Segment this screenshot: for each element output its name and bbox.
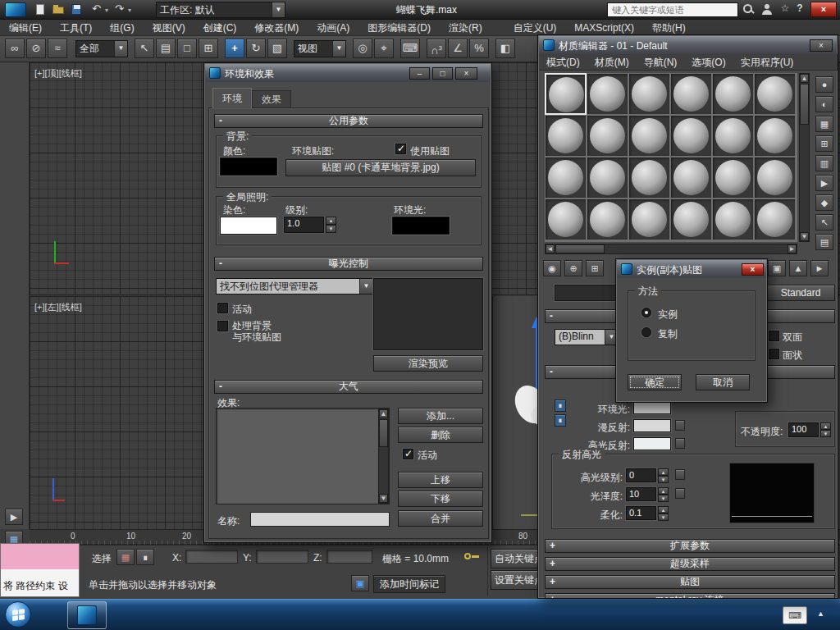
effects-scrollbar[interactable]: ▲ ▼ (378, 409, 389, 504)
sample-slot[interactable] (670, 157, 712, 199)
menu-graph-editors[interactable]: 图形编辑器(D) (358, 20, 440, 37)
scroll-down-icon[interactable]: ▼ (379, 494, 388, 503)
spin-down-icon[interactable]: ▾ (658, 476, 669, 483)
scroll-down-icon[interactable]: ▼ (800, 232, 809, 241)
diffuse-map-button[interactable] (675, 420, 685, 431)
reference-coordinate-dropdown[interactable]: 视图 ▼ (294, 40, 346, 57)
exposure-active-checkbox[interactable] (217, 303, 228, 313)
sample-slot[interactable] (628, 73, 670, 115)
tab-environment[interactable]: 环境 (212, 88, 252, 108)
unlink-selection-icon[interactable]: ⊘ (26, 39, 46, 58)
menu-modes[interactable]: 模式(D) (539, 54, 587, 71)
lock-icon[interactable]: ∎ (555, 414, 566, 427)
diffuse-color-swatch[interactable] (633, 419, 671, 432)
menu-modifiers[interactable]: 修改器(M) (245, 20, 308, 37)
ambient-color-swatch[interactable] (392, 217, 450, 235)
coord-x-field[interactable] (185, 550, 238, 564)
save-icon[interactable] (69, 2, 84, 17)
sample-slot[interactable] (754, 157, 796, 199)
select-and-move-icon[interactable]: + (225, 39, 244, 58)
backlight-icon[interactable]: ◐ (815, 96, 833, 112)
sample-slot[interactable] (754, 199, 796, 240)
close-icon[interactable]: × (742, 263, 764, 276)
app-logo-icon[interactable] (5, 2, 26, 17)
menu-navigation[interactable]: 导航(N) (637, 54, 685, 71)
coord-y-field[interactable] (256, 550, 308, 564)
menu-material[interactable]: 材质(M) (587, 54, 637, 71)
sample-slot[interactable] (754, 115, 796, 157)
sample-slot[interactable] (545, 115, 587, 157)
bind-to-space-warp-icon[interactable]: ≈ (48, 39, 67, 58)
material-editor-titlebar[interactable]: 材质编辑器 - 01 - Default × (539, 36, 837, 54)
sample-slot[interactable] (712, 157, 754, 199)
spin-up-icon[interactable]: ▴ (658, 468, 669, 476)
merge-button[interactable]: 合并 (398, 510, 483, 527)
two-sided-checkbox[interactable] (769, 331, 779, 341)
spin-down-icon[interactable]: ▾ (658, 514, 669, 521)
search-icon[interactable] (742, 2, 756, 17)
sample-slot[interactable] (628, 157, 670, 199)
sample-slot[interactable] (754, 73, 796, 115)
rollout-supersampling[interactable]: +超级采样 (545, 557, 835, 571)
help-icon[interactable]: ? (792, 2, 807, 17)
start-button[interactable] (5, 601, 31, 628)
menu-views[interactable]: 视图(V) (144, 20, 194, 37)
signin-icon[interactable] (760, 2, 774, 17)
tray-show-hidden-icon[interactable]: ▲ (817, 609, 824, 618)
menu-maxscript[interactable]: MAXScript(X) (565, 21, 643, 35)
sample-slot[interactable] (587, 157, 628, 199)
percent-snap-icon[interactable]: % (469, 39, 489, 58)
video-color-check-icon[interactable]: ▥ (815, 155, 833, 171)
add-time-tag-button[interactable]: 添加时间标记 (373, 575, 445, 593)
assign-material-icon[interactable]: ⊞ (586, 260, 604, 276)
specular-color-swatch[interactable] (633, 437, 671, 450)
scroll-up-icon[interactable]: ▲ (379, 409, 388, 418)
delete-effect-button[interactable]: 删除 (398, 427, 483, 443)
add-effect-button[interactable]: 添加... (398, 408, 483, 424)
select-and-scale-icon[interactable]: ▧ (267, 39, 287, 58)
coord-z-field[interactable] (326, 550, 372, 564)
rollout-common-parameters[interactable]: -公用参数 (214, 114, 483, 128)
sample-slot[interactable] (670, 73, 712, 115)
sample-slot[interactable] (712, 73, 754, 115)
listener-pane[interactable]: 将 路径约束 设 (1, 569, 79, 596)
maximize-icon[interactable]: □ (432, 67, 453, 80)
env-dialog-titlebar[interactable]: 环境和效果 – □ × (205, 64, 491, 82)
close-icon[interactable]: × (455, 67, 477, 80)
instance-dialog-titlebar[interactable]: 实例(副本)贴图 × (617, 260, 766, 278)
shader-dropdown[interactable]: (B)Blinn ▼ (555, 329, 619, 345)
move-down-button[interactable]: 下移 (398, 491, 483, 507)
sample-slot[interactable] (545, 199, 587, 240)
select-object-icon[interactable]: ↖ (135, 39, 154, 58)
snap-toggle-icon[interactable]: ∩3 (427, 39, 446, 58)
spin-up-icon[interactable]: ▴ (658, 487, 669, 495)
sample-uv-tiling-icon[interactable]: ⊞ (815, 135, 833, 152)
menu-rendering[interactable]: 渲染(R) (440, 20, 491, 37)
background-icon[interactable]: ▦ (815, 116, 833, 132)
environment-map-button[interactable]: 贴图 #0 (卡通草地背景.jpg) (285, 159, 476, 176)
close-icon[interactable]: × (810, 39, 833, 52)
open-trackbar-icon[interactable]: ▶ (5, 509, 23, 525)
soften-spinner[interactable]: 0.1 ▴▾ (626, 506, 669, 520)
sample-slot[interactable] (670, 199, 712, 240)
use-pivot-center-icon[interactable]: ◎ (353, 39, 372, 58)
offset-mode-icon[interactable]: ▣ (351, 575, 369, 591)
spinner-arrows[interactable]: ▴▾ (326, 217, 336, 233)
rollout-mentalray-connection[interactable]: +mental ray 连接 (545, 593, 835, 599)
slots-vertical-scrollbar[interactable]: ▲ ▼ (799, 73, 810, 242)
scrollbar-thumb[interactable] (800, 84, 809, 125)
effect-name-field[interactable] (250, 512, 390, 527)
rollout-atmosphere[interactable]: -大气 (214, 380, 483, 394)
macro-recorder-pane[interactable] (1, 544, 79, 569)
rollout-maps[interactable]: +贴图 (545, 575, 835, 589)
use-map-checkbox[interactable] (395, 144, 406, 154)
specular-level-map-button[interactable] (675, 469, 685, 480)
spin-down-icon[interactable]: ▾ (326, 225, 336, 233)
menu-options[interactable]: 选项(O) (684, 54, 733, 71)
sample-slot[interactable] (587, 115, 628, 157)
glossiness-spinner[interactable]: 10 ▴▾ (626, 487, 669, 501)
background-color-swatch[interactable] (220, 158, 277, 176)
angle-snap-icon[interactable]: ∠ (448, 39, 468, 58)
instance-radio[interactable] (641, 308, 651, 317)
faceted-checkbox[interactable] (769, 349, 779, 359)
